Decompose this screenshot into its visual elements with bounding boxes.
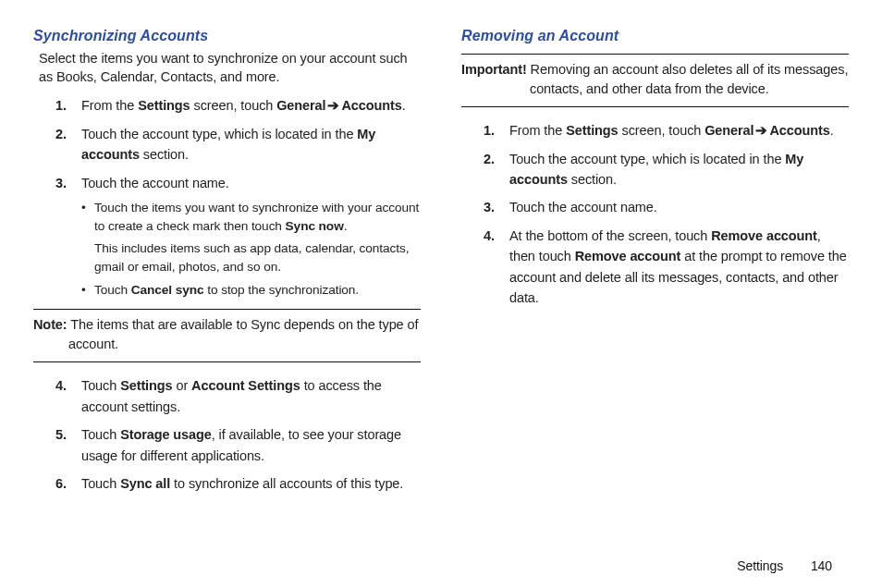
step-number: 1. bbox=[55, 95, 67, 116]
bold: Sync now bbox=[286, 219, 344, 233]
text: screen, touch bbox=[619, 123, 705, 138]
text: . bbox=[830, 123, 834, 138]
text: Touch bbox=[94, 283, 131, 297]
bullet-icon: • bbox=[81, 281, 86, 300]
left-column: Synchronizing Accounts Select the items … bbox=[33, 28, 441, 545]
bold: Settings bbox=[566, 123, 618, 138]
remove-step-1: 1. From the Settings screen, touch Gener… bbox=[484, 120, 849, 141]
sync-sub-2: • Touch Cancel sync to stop the synchron… bbox=[81, 281, 421, 300]
sync-steps: 1. From the Settings screen, touch Gener… bbox=[33, 95, 421, 300]
sync-step-5: 5. Touch Storage usage, if available, to… bbox=[55, 424, 421, 466]
important-text: Important! Removing an account also dele… bbox=[461, 60, 849, 99]
text: to synchronize all accounts of this type… bbox=[170, 476, 403, 491]
text: Touch the items you want to synchronize … bbox=[94, 201, 419, 233]
step-number: 2. bbox=[484, 149, 495, 169]
bold: Accounts bbox=[341, 98, 401, 113]
text: . bbox=[344, 219, 348, 233]
bold: Account Settings bbox=[191, 378, 300, 393]
important-body: Removing an account also deletes all of … bbox=[527, 62, 849, 96]
heading-removing-account: Removing an Account bbox=[461, 28, 849, 44]
note-text: Note: The items that are available to Sy… bbox=[33, 315, 421, 354]
important-label: Important! bbox=[461, 62, 527, 77]
step-number: 4. bbox=[55, 375, 67, 396]
important-note: Important! Removing an account also dele… bbox=[461, 54, 849, 107]
text: Touch the account name. bbox=[81, 176, 229, 190]
text: Touch bbox=[81, 476, 120, 491]
sync-step-1: 1. From the Settings screen, touch Gener… bbox=[55, 95, 421, 116]
text: . bbox=[402, 98, 406, 113]
text: Touch bbox=[81, 427, 120, 442]
bold: Cancel sync bbox=[131, 283, 204, 297]
sync-steps-cont: 4. Touch Settings or Account Settings to… bbox=[33, 375, 421, 494]
page-footer: Settings 140 bbox=[737, 558, 832, 573]
text: Touch the account name. bbox=[509, 200, 657, 214]
step-number: 5. bbox=[55, 424, 67, 445]
footer-page-number: 140 bbox=[811, 558, 832, 573]
sync-note: Note: The items that are available to Sy… bbox=[33, 309, 421, 362]
sync-sub-1-note: This includes items such as app data, ca… bbox=[94, 239, 421, 276]
page-body: Synchronizing Accounts Select the items … bbox=[0, 0, 882, 545]
step-number: 6. bbox=[55, 473, 67, 494]
sync-substeps: • Touch the items you want to synchroniz… bbox=[81, 199, 421, 300]
bold: Remove account bbox=[575, 249, 681, 263]
arrow-icon: ➔ bbox=[325, 98, 341, 113]
bold: Settings bbox=[120, 378, 172, 393]
bold: Accounts bbox=[769, 123, 829, 138]
remove-step-3: 3. Touch the account name. bbox=[484, 197, 849, 217]
arrow-icon: ➔ bbox=[753, 123, 769, 138]
text: Touch the account type, which is located… bbox=[81, 127, 357, 141]
heading-sync-accounts: Synchronizing Accounts bbox=[33, 28, 421, 44]
text: section. bbox=[568, 172, 617, 187]
text: or bbox=[173, 378, 192, 393]
text: Touch bbox=[81, 378, 120, 393]
text: to stop the synchronization. bbox=[204, 283, 360, 297]
bold: Storage usage bbox=[120, 427, 212, 442]
bullet-icon: • bbox=[81, 199, 86, 217]
step-number: 3. bbox=[484, 197, 495, 217]
step-number: 1. bbox=[484, 120, 495, 141]
remove-step-4: 4. At the bottom of the screen, touch Re… bbox=[484, 226, 849, 309]
sync-step-2: 2. Touch the account type, which is loca… bbox=[55, 124, 421, 165]
bold: General bbox=[276, 98, 325, 113]
step-number: 2. bbox=[55, 124, 67, 144]
remove-step-2: 2. Touch the account type, which is loca… bbox=[484, 149, 849, 190]
right-column: Removing an Account Important! Removing … bbox=[441, 28, 849, 545]
sync-sub-1: • Touch the items you want to synchroniz… bbox=[81, 199, 421, 276]
footer-section: Settings bbox=[737, 558, 783, 573]
text: At the bottom of the screen, touch bbox=[509, 228, 711, 243]
text: From the bbox=[81, 98, 138, 113]
step-number: 3. bbox=[55, 173, 67, 193]
note-label: Note: bbox=[33, 317, 67, 332]
bold: Sync all bbox=[120, 476, 170, 491]
sync-step-6: 6. Touch Sync all to synchronize all acc… bbox=[55, 473, 421, 494]
text: Touch the account type, which is located… bbox=[509, 152, 785, 166]
bold: General bbox=[704, 123, 753, 138]
bold: Remove account bbox=[711, 228, 817, 243]
text: section. bbox=[140, 147, 189, 162]
bold: Settings bbox=[138, 98, 190, 113]
text: From the bbox=[509, 123, 566, 138]
sync-step-3: 3. Touch the account name. • Touch the i… bbox=[55, 173, 421, 300]
step-number: 4. bbox=[484, 226, 495, 246]
sync-intro: Select the items you want to synchronize… bbox=[39, 50, 421, 86]
remove-steps: 1. From the Settings screen, touch Gener… bbox=[461, 120, 849, 309]
sync-step-4: 4. Touch Settings or Account Settings to… bbox=[55, 375, 421, 417]
text: screen, touch bbox=[190, 98, 277, 113]
note-body: The items that are available to Sync dep… bbox=[67, 317, 419, 351]
